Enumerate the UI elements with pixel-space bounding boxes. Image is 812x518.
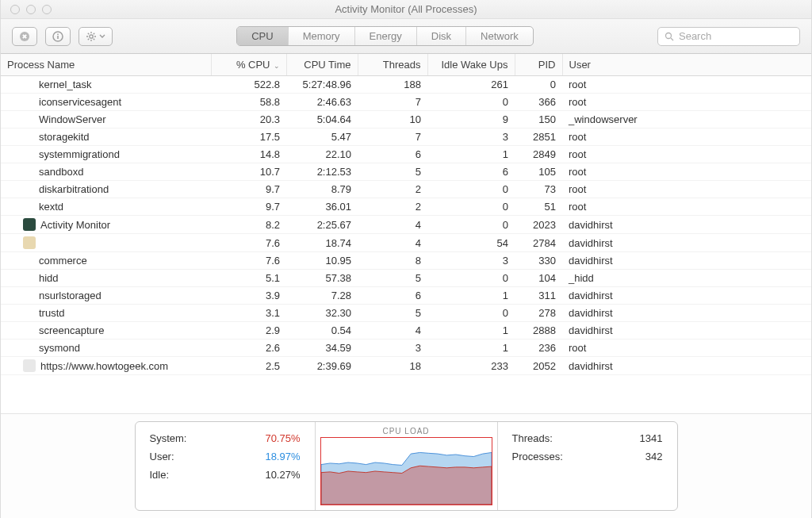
cell-user: root	[562, 340, 811, 357]
cell-cpu: 2.9	[211, 322, 286, 340]
cell-user: root	[562, 94, 811, 111]
stop-process-button[interactable]	[12, 27, 37, 46]
system-label: System:	[150, 430, 187, 448]
table-row[interactable]: storagekitd17.55.47732851root	[1, 129, 811, 146]
cell-time: 2:12.53	[286, 163, 358, 181]
table-row[interactable]: diskarbitrationd9.78.792073root	[1, 181, 811, 198]
threads-value: 1341	[640, 430, 663, 448]
app-icon	[23, 359, 36, 372]
info-button[interactable]	[45, 27, 71, 46]
search-icon	[665, 32, 674, 41]
tab-disk[interactable]: Disk	[417, 27, 466, 45]
tab-energy[interactable]: Energy	[355, 27, 417, 45]
process-name: sysmond	[39, 342, 80, 354]
process-name: WindowServer	[39, 113, 106, 125]
gear-icon	[86, 31, 97, 42]
tab-network[interactable]: Network	[466, 27, 533, 45]
cell-cpu: 58.8	[211, 94, 286, 111]
cell-threads: 4	[358, 322, 427, 340]
chart-title: CPU LOAD	[320, 427, 492, 436]
table-row[interactable]: hidd5.157.3850104_hidd	[1, 270, 811, 287]
col-header-pid[interactable]: PID	[515, 54, 562, 76]
cell-user: root	[562, 181, 811, 198]
search-field[interactable]: Search	[657, 27, 800, 46]
process-name: storagekitd	[39, 131, 90, 143]
cell-wake: 261	[427, 76, 515, 94]
table-row[interactable]: iconservicesagent58.82:46.6370366root	[1, 94, 811, 111]
col-header-cpu[interactable]: % CPU⌄	[211, 54, 286, 76]
svg-point-6	[90, 34, 93, 37]
sort-indicator-icon: ⌄	[274, 62, 280, 70]
cell-threads: 7	[358, 94, 427, 111]
col-header-threads[interactable]: Threads	[358, 54, 427, 76]
cell-time: 57.38	[286, 270, 358, 287]
cell-threads: 188	[358, 76, 427, 94]
process-name: https://www.howtogeek.com	[40, 360, 168, 372]
cpu-percent-section: System:70.75% User:18.97% Idle:10.27%	[136, 422, 315, 510]
col-header-name[interactable]: Process Name	[1, 54, 211, 76]
table-row[interactable]: systemmigrationd14.822.10612849root	[1, 146, 811, 163]
table-row[interactable]: https://www.howtogeek.com2.52:39.6918233…	[1, 357, 811, 375]
table-row[interactable]: WindowServer20.35:04.64109150_windowserv…	[1, 111, 811, 129]
cell-time: 22.10	[286, 146, 358, 163]
table-row[interactable]: kextd9.736.012051root	[1, 198, 811, 216]
table-row[interactable]: 7.618.744542784davidhirst	[1, 234, 811, 252]
cell-user: davidhirst	[562, 234, 811, 252]
process-name: kextd	[39, 201, 63, 213]
table-row[interactable]: kernel_task522.85:27:48.961882610root	[1, 76, 811, 94]
process-table: Process Name % CPU⌄ CPU Time Threads Idl…	[1, 54, 811, 375]
table-row[interactable]: Activity Monitor8.22:25.67402023davidhir…	[1, 216, 811, 234]
zoom-window-button[interactable]	[42, 5, 52, 14]
table-row[interactable]: sysmond2.634.5931236root	[1, 340, 811, 357]
cell-user: root	[562, 76, 811, 94]
cell-wake: 1	[427, 146, 515, 163]
table-row[interactable]: nsurlstoraged3.97.2861311davidhirst	[1, 287, 811, 305]
table-row[interactable]: screencapture2.90.54412888davidhirst	[1, 322, 811, 340]
cell-cpu: 2.6	[211, 340, 286, 357]
cell-time: 8.79	[286, 181, 358, 198]
col-header-time[interactable]: CPU Time	[286, 54, 358, 76]
table-row[interactable]: sandboxd10.72:12.5356105root	[1, 163, 811, 181]
cell-pid: 2851	[515, 129, 562, 146]
table-row[interactable]: trustd3.132.3050278davidhirst	[1, 305, 811, 322]
process-name: diskarbitrationd	[39, 183, 109, 195]
process-name: iconservicesagent	[39, 96, 121, 108]
cell-wake: 3	[427, 252, 515, 270]
cell-wake: 0	[427, 305, 515, 322]
close-window-button[interactable]	[10, 5, 20, 14]
cell-cpu: 7.6	[211, 234, 286, 252]
svg-line-12	[94, 38, 94, 39]
table-header-row: Process Name % CPU⌄ CPU Time Threads Idl…	[1, 54, 811, 76]
tab-memory[interactable]: Memory	[289, 27, 355, 45]
chevron-down-icon	[99, 33, 105, 40]
col-header-user[interactable]: User	[562, 54, 811, 76]
col-header-wake[interactable]: Idle Wake Ups	[427, 54, 515, 76]
cell-user: davidhirst	[562, 357, 811, 375]
svg-point-15	[665, 33, 671, 38]
cell-pid: 2849	[515, 146, 562, 163]
app-icon	[23, 218, 36, 231]
cell-time: 5:04.64	[286, 111, 358, 129]
window-title: Activity Monitor (All Processes)	[335, 3, 477, 15]
table-row[interactable]: commerce7.610.9583330davidhirst	[1, 252, 811, 270]
cell-time: 5.47	[286, 129, 358, 146]
cell-threads: 7	[358, 129, 427, 146]
cell-wake: 1	[427, 287, 515, 305]
svg-line-16	[671, 38, 673, 40]
cell-pid: 2888	[515, 322, 562, 340]
cell-time: 18.74	[286, 234, 358, 252]
cell-cpu: 17.5	[211, 129, 286, 146]
process-name: kernel_task	[39, 79, 91, 90]
cell-time: 34.59	[286, 340, 358, 357]
minimize-window-button[interactable]	[26, 5, 36, 14]
cell-time: 7.28	[286, 287, 358, 305]
cell-user: root	[562, 146, 811, 163]
cell-threads: 3	[358, 340, 427, 357]
cell-wake: 1	[427, 340, 515, 357]
cell-wake: 3	[427, 129, 515, 146]
cell-wake: 54	[427, 234, 515, 252]
search-placeholder: Search	[679, 30, 711, 42]
tab-cpu[interactable]: CPU	[237, 27, 288, 45]
process-table-body: kernel_task522.85:27:48.961882610rootico…	[1, 76, 811, 375]
settings-menu-button[interactable]	[79, 27, 113, 46]
